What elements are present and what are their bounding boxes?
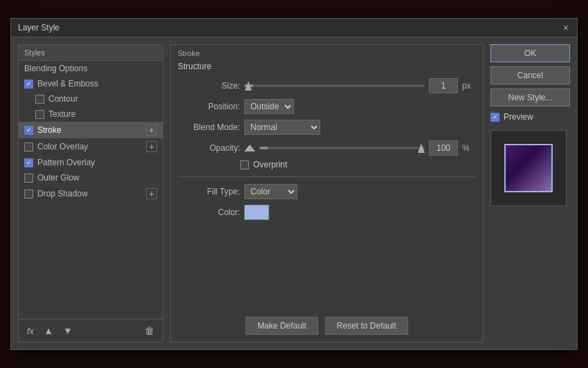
opacity-unit: %: [462, 143, 476, 153]
layer-style-dialog: Layer Style × Styles Blending Options Be…: [10, 18, 578, 350]
contour-checkbox[interactable]: [35, 95, 44, 104]
reset-default-button[interactable]: Reset to Default: [325, 317, 408, 335]
stroke-add-button[interactable]: +: [146, 125, 157, 136]
opacity-slider[interactable]: [259, 147, 425, 149]
cancel-button[interactable]: Cancel: [490, 66, 570, 84]
new-style-button[interactable]: New Style...: [490, 89, 570, 107]
outer-glow-checkbox[interactable]: [24, 174, 33, 183]
opacity-triangle-icon: [244, 145, 255, 151]
position-label: Position:: [178, 102, 240, 111]
fx-button[interactable]: fx: [24, 324, 37, 338]
sidebar-item-color-overlay[interactable]: Color Overlay +: [19, 138, 163, 155]
blending-options-label: Blending Options: [24, 64, 87, 73]
color-overlay-checkbox[interactable]: [24, 142, 33, 151]
title-bar: Layer Style ×: [11, 19, 577, 37]
preview-thumbnail: [504, 144, 553, 192]
dialog-body: Styles Blending Options Bevel & Emboss C…: [11, 37, 577, 349]
styles-header: Styles: [19, 45, 163, 61]
fill-type-select[interactable]: Color Gradient Pattern: [244, 184, 297, 199]
overprint-row: Overprint: [171, 158, 483, 172]
color-row: Color:: [171, 202, 483, 223]
size-input[interactable]: 1: [429, 78, 458, 93]
sidebar-item-bevel-emboss[interactable]: Bevel & Emboss: [19, 76, 163, 91]
preview-row: Preview: [490, 111, 570, 123]
color-swatch[interactable]: [244, 205, 269, 220]
preview-checkbox[interactable]: [490, 113, 499, 122]
color-overlay-add-button[interactable]: +: [146, 141, 157, 152]
overprint-checkbox[interactable]: [240, 160, 249, 169]
fill-type-row: Fill Type: Color Gradient Pattern: [171, 181, 483, 202]
size-slider[interactable]: [244, 84, 425, 87]
blend-mode-label: Blend Mode:: [178, 122, 240, 132]
blend-mode-select[interactable]: Normal Dissolve Multiply Screen Overlay: [244, 120, 320, 135]
delete-button[interactable]: 🗑: [142, 324, 157, 338]
sidebar-item-pattern-overlay[interactable]: Pattern Overlay: [19, 155, 163, 170]
drop-shadow-checkbox[interactable]: [24, 190, 33, 199]
blend-mode-row: Blend Mode: Normal Dissolve Multiply Scr…: [171, 117, 483, 138]
texture-label: Texture: [48, 109, 75, 119]
stroke-checkbox[interactable]: [24, 126, 33, 135]
color-label: Color:: [178, 208, 240, 217]
bevel-emboss-checkbox[interactable]: [24, 80, 33, 89]
sidebar-item-stroke[interactable]: Stroke +: [19, 122, 163, 138]
sidebar-item-blending-options[interactable]: Blending Options: [19, 61, 163, 76]
drop-shadow-add-button[interactable]: +: [146, 188, 157, 199]
center-footer: Make Default Reset to Default: [171, 310, 483, 342]
bevel-emboss-label: Bevel & Emboss: [37, 79, 98, 89]
position-row: Position: Outside Inside Center: [171, 96, 483, 117]
preview-box: [490, 130, 567, 206]
color-overlay-label: Color Overlay: [37, 142, 88, 151]
stroke-label: Stroke: [37, 125, 62, 135]
close-button[interactable]: ×: [562, 23, 570, 33]
center-panel: Stroke Structure Size: 1 px Position: Ou…: [170, 44, 484, 342]
move-up-button[interactable]: ▲: [41, 324, 56, 338]
size-unit: px: [462, 81, 476, 91]
left-panel: Styles Blending Options Bevel & Emboss C…: [18, 44, 163, 342]
size-label: Size:: [178, 81, 240, 91]
dialog-title: Layer Style: [18, 23, 59, 33]
sidebar-item-drop-shadow[interactable]: Drop Shadow +: [19, 185, 163, 202]
contour-label: Contour: [48, 94, 78, 104]
position-select[interactable]: Outside Inside Center: [244, 99, 294, 114]
right-panel: OK Cancel New Style... Preview: [490, 44, 570, 342]
size-row: Size: 1 px: [171, 75, 483, 96]
texture-checkbox[interactable]: [35, 110, 44, 119]
sidebar-item-texture[interactable]: Texture: [19, 107, 163, 122]
sidebar-item-outer-glow[interactable]: Outer Glow: [19, 170, 163, 185]
overprint-label: Overprint: [253, 160, 287, 169]
size-slider-container: 1 px: [244, 78, 476, 93]
ok-button[interactable]: OK: [490, 44, 570, 62]
sidebar-item-contour[interactable]: Contour: [19, 91, 163, 107]
move-down-button[interactable]: ▼: [60, 324, 75, 338]
opacity-input[interactable]: 100: [429, 140, 458, 156]
preview-label: Preview: [504, 112, 533, 122]
pattern-overlay-checkbox[interactable]: [24, 158, 33, 167]
pattern-overlay-label: Pattern Overlay: [37, 158, 95, 167]
fill-type-label: Fill Type:: [178, 187, 240, 196]
structure-section-label: Structure: [171, 59, 483, 75]
divider-1: [178, 176, 476, 177]
outer-glow-label: Outer Glow: [37, 173, 80, 183]
drop-shadow-label: Drop Shadow: [37, 189, 88, 199]
make-default-button[interactable]: Make Default: [246, 317, 318, 335]
stroke-section-title: Stroke: [171, 45, 483, 59]
opacity-label: Opacity:: [178, 143, 240, 153]
left-panel-footer: fx ▲ ▼ 🗑: [19, 319, 163, 342]
opacity-row: Opacity: 100 %: [171, 138, 483, 158]
opacity-slider-wrapper: 100 %: [244, 140, 476, 156]
